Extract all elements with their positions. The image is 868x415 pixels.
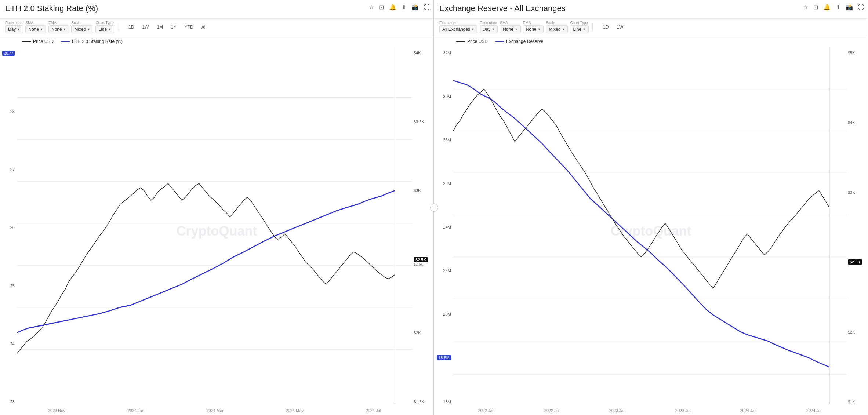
left-yr-35k: $3.5K: [414, 120, 424, 124]
right-resolution-label: Resolution: [480, 21, 498, 25]
left-upload-icon[interactable]: ⬆: [402, 4, 406, 11]
right-yr-1k: $1K: [848, 400, 855, 404]
right-yr-3k: $3K: [848, 190, 855, 194]
right-header-icons: ☆ ⊡ 🔔 ⬆ 📸 ⛶: [803, 4, 864, 11]
left-time-1d[interactable]: 1D: [125, 23, 138, 31]
left-time-1w[interactable]: 1W: [138, 23, 152, 31]
left-charttype-arrow: ▼: [108, 28, 111, 31]
left-charttype-label: Chart Type: [95, 21, 114, 25]
left-toolbar: Resolution Day ▼ SMA None ▼ EMA None ▼ S…: [0, 19, 433, 36]
left-chart-title: ETH 2.0 Staking Rate (%): [5, 4, 428, 13]
right-y-22m: 22M: [443, 268, 451, 273]
left-sma-select[interactable]: None ▼: [25, 25, 46, 33]
right-star-icon[interactable]: ☆: [803, 4, 808, 11]
right-ema-label: EMA: [523, 21, 544, 25]
right-ema-select[interactable]: None ▼: [523, 25, 544, 33]
left-time-all[interactable]: All: [198, 23, 210, 31]
left-toolbar-sep: [118, 23, 118, 31]
right-yr-4k: $4K: [848, 120, 855, 125]
right-resolution-group: Resolution Day ▼: [480, 21, 498, 33]
left-bell-icon[interactable]: 🔔: [389, 4, 396, 11]
left-y-axis-right: $4K $3.5K $3K $2.5K $2.5K $2K $1.5K: [412, 51, 433, 404]
right-charttype-label: Chart Type: [570, 21, 589, 25]
left-charttype-select[interactable]: Line ▼: [95, 25, 114, 33]
right-legend-price-line: [456, 41, 465, 42]
right-sma-label: SMA: [500, 21, 521, 25]
right-resolution-select[interactable]: Day ▼: [480, 25, 498, 33]
right-upload-icon[interactable]: ⬆: [836, 4, 840, 11]
left-header-icons: ☆ ⊡ 🔔 ⬆ 📸 ⛶: [369, 4, 430, 11]
left-y-25: 25: [10, 284, 15, 288]
right-y-26m: 26M: [443, 181, 451, 186]
left-price-badge: $2.5K: [414, 257, 428, 262]
left-charttype-value: Line: [98, 27, 107, 32]
right-y-axis-right: $5K $4K $3K $2.5K $2K $1K: [846, 51, 868, 404]
right-toolbar-sep: [592, 23, 593, 31]
left-ema-value: None: [51, 27, 62, 32]
right-y-185m: 18.5M: [437, 355, 451, 360]
right-sma-group: SMA None ▼: [500, 21, 521, 33]
left-scale-label: Scale: [71, 21, 93, 25]
right-charttype-group: Chart Type Line ▼: [570, 21, 589, 33]
left-x-jul24: 2024 Jul: [366, 408, 381, 413]
left-yr-2k: $2K: [414, 331, 421, 335]
left-resolution-select[interactable]: Day ▼: [5, 25, 23, 33]
left-yr-15k: $1.5K: [414, 400, 424, 404]
right-exchange-select[interactable]: All Exchanges ▼: [439, 25, 477, 33]
right-time-1w[interactable]: 1W: [613, 23, 627, 31]
right-chart-area: CryptoQuant 32M 30M 28M 26M 24M 22M 20M …: [434, 47, 868, 415]
right-time-1d[interactable]: 1D: [599, 23, 612, 31]
left-y-23: 23: [10, 400, 15, 404]
right-charttype-arrow: ▼: [582, 28, 586, 31]
right-legend-metric-line: [495, 41, 504, 42]
left-x-mar24: 2024 Mar: [206, 408, 223, 413]
right-exchange-label: Exchange: [439, 21, 477, 25]
right-x-jul24: 2024 Jul: [806, 408, 822, 413]
left-legend-metric-line: [61, 41, 70, 42]
right-scale-select[interactable]: Mixed ▼: [546, 25, 568, 33]
left-x-jan24: 2024 Jan: [128, 408, 144, 413]
left-time-1m[interactable]: 1M: [153, 23, 167, 31]
left-star-icon[interactable]: ☆: [369, 4, 374, 11]
left-legend-metric-label: ETH 2.0 Staking Rate (%): [72, 39, 123, 44]
left-expand-icon[interactable]: ⛶: [424, 4, 430, 11]
left-ema-group: EMA None ▼: [48, 21, 69, 33]
left-ema-select[interactable]: None ▼: [48, 25, 69, 33]
right-bell-icon[interactable]: 🔔: [823, 4, 831, 11]
left-resolution-label: Resolution: [5, 21, 23, 25]
right-resolution-value: Day: [483, 27, 490, 32]
left-legend-price-line: [22, 41, 31, 42]
left-resolution-value: Day: [8, 27, 16, 32]
right-sma-select[interactable]: None ▼: [500, 25, 521, 33]
right-panel-header: Exchange Reserve - All Exchanges ☆ ⊡ 🔔 ⬆…: [434, 0, 868, 19]
right-ema-arrow: ▼: [538, 28, 541, 31]
left-scale-arrow: ▼: [87, 28, 91, 31]
left-y-28: 28: [10, 109, 15, 114]
right-y-32m: 32M: [443, 51, 451, 55]
right-chart-title: Exchange Reserve - All Exchanges: [439, 4, 862, 13]
right-folder-icon[interactable]: ⊡: [813, 4, 818, 11]
left-resolution-arrow: ▼: [17, 28, 20, 31]
left-folder-icon[interactable]: ⊡: [379, 4, 384, 11]
left-sma-label: SMA: [25, 21, 46, 25]
left-chart-svg: [17, 47, 412, 404]
right-y-20m: 20M: [443, 312, 451, 316]
left-y-24: 24: [10, 342, 15, 346]
right-legend-metric-label: Exchange Reserve: [506, 39, 543, 44]
right-scale-arrow: ▼: [562, 28, 565, 31]
right-camera-icon[interactable]: 📸: [846, 4, 853, 11]
left-legend-metric: ETH 2.0 Staking Rate (%): [61, 39, 123, 44]
left-time-ytd[interactable]: YTD: [181, 23, 197, 31]
left-camera-icon[interactable]: 📸: [411, 4, 419, 11]
left-scale-group: Scale Mixed ▼: [71, 21, 93, 33]
right-expand-icon[interactable]: ⛶: [858, 4, 864, 11]
right-x-jul22: 2022 Jul: [544, 408, 560, 413]
left-sma-arrow: ▼: [40, 28, 43, 31]
right-charttype-select[interactable]: Line ▼: [570, 25, 589, 33]
right-x-jan24: 2024 Jan: [740, 408, 757, 413]
right-x-jan22: 2022 Jan: [478, 408, 495, 413]
left-scale-select[interactable]: Mixed ▼: [71, 25, 93, 33]
left-legend: Price USD ETH 2.0 Staking Rate (%): [0, 36, 433, 47]
right-chart-svg: [453, 47, 846, 404]
left-time-1y[interactable]: 1Y: [167, 23, 180, 31]
